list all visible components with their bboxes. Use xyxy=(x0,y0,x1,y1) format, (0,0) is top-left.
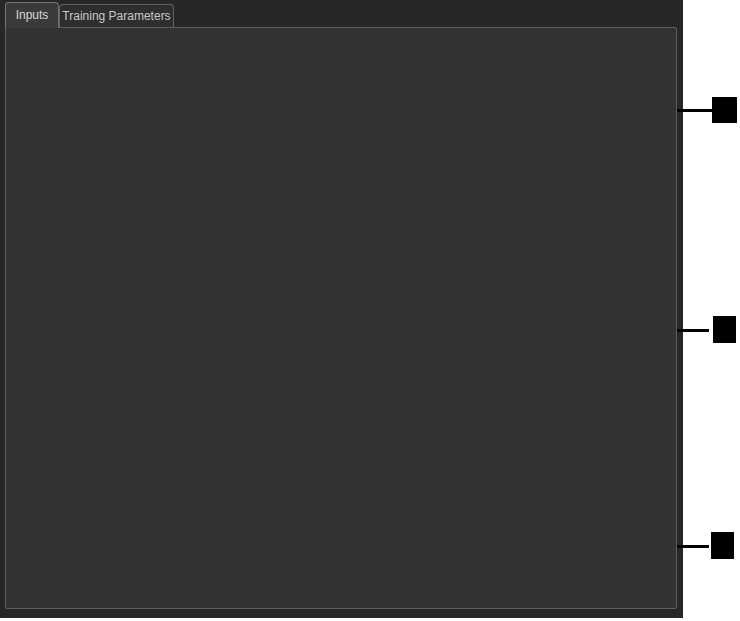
app-window: Inputs Training Parameters Training Data… xyxy=(0,0,683,618)
tab-inputs[interactable]: Inputs xyxy=(5,2,59,28)
tab-training-parameters-label: Training Parameters xyxy=(62,9,170,23)
annotation-marker xyxy=(713,316,736,343)
tab-training-parameters[interactable]: Training Parameters xyxy=(59,4,174,28)
annotation-marker xyxy=(712,97,737,123)
tab-inputs-label: Inputs xyxy=(16,8,49,22)
tab-page-inputs xyxy=(5,27,677,609)
annotation-marker xyxy=(711,532,734,559)
